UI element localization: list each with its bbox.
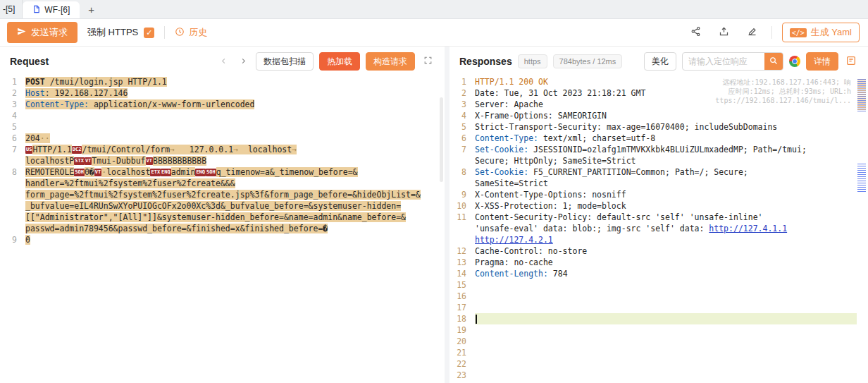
editor-line[interactable]: 6204·· [0, 133, 445, 144]
line-content: 'unsafe-eval' data: blob:; img-src 'self… [475, 223, 868, 234]
editor-line[interactable]: 14Content-Length: 784 [450, 268, 868, 279]
protocol-badge: https [518, 54, 547, 68]
line-number: 9 [0, 234, 25, 245]
line-content [475, 370, 868, 381]
editor-line[interactable]: SameSite=Strict [450, 178, 868, 189]
editor-line[interactable]: 1POST /tmui/login.jsp HTTP/1.1 [0, 76, 445, 87]
editor-line[interactable]: passwd=admin789456&passwd_before=&finish… [0, 223, 445, 234]
detail-button[interactable]: 详情 [806, 52, 838, 71]
line-content: Set-Cookie: JSESSIONID=ozlafg1mTMVKXkbk4… [475, 144, 868, 155]
construct-request-label: 构造请求 [373, 56, 407, 68]
editor-line[interactable]: 12Cache-Control: no-store [450, 245, 868, 257]
editor-line[interactable]: localhostPSTXVTTmui-DubbufVTBBBBBBBBBBB [0, 155, 445, 166]
edit-button[interactable] [743, 23, 762, 42]
line-content: _bufvalue=eIL4RUnSwXYoPUIOGcOFx2o00Xc%3d… [25, 200, 445, 212]
editor-line[interactable]: 10X-XSS-Protection: 1; mode=block [450, 200, 868, 212]
panel-splitter[interactable] [445, 47, 450, 383]
open-in-chrome-button[interactable] [789, 56, 800, 67]
response-editor[interactable]: 1HTTP/1.1 200 OK2Date: Tue, 31 Oct 2023 … [450, 76, 868, 383]
editor-line[interactable]: 13Pragma: no-cache [450, 257, 868, 268]
response-editor-lines: 1HTTP/1.1 200 OK2Date: Tue, 31 Oct 2023 … [450, 76, 868, 381]
editor-line[interactable]: 7Set-Cookie: JSESSIONID=ozlafg1mTMVKXkbk… [450, 144, 868, 155]
line-number: 15 [450, 279, 475, 291]
force-https-checkbox[interactable]: ✓ [144, 28, 154, 38]
prev-request-button[interactable] [216, 54, 230, 68]
editor-line[interactable]: 5 [0, 121, 445, 133]
line-number [0, 178, 25, 189]
request-scrollbar[interactable] [440, 97, 443, 182]
send-request-button[interactable]: 发送请求 [7, 22, 78, 43]
editor-line[interactable]: 20 [450, 336, 868, 347]
editor-line[interactable]: 4 [0, 110, 445, 121]
editor-line[interactable]: 90 [0, 234, 445, 245]
construct-request-button[interactable]: 构造请求 [366, 52, 415, 71]
response-search-input[interactable] [683, 56, 764, 66]
request-editor[interactable]: 1POST /tmui/login.jsp HTTP/1.12Host: 192… [0, 76, 445, 383]
response-search [682, 52, 783, 71]
editor-line[interactable]: 18 [450, 313, 868, 324]
response-panel: Responses https 784bytes / 12ms 美化 [450, 47, 868, 383]
clock-icon [175, 27, 185, 39]
line-content: Date: Tue, 31 Oct 2023 21:18:21 GMT [475, 87, 868, 99]
line-content: http://127.4.2.1 [475, 234, 868, 245]
main-split: Request 数据包扫描 [0, 47, 868, 383]
editor-line[interactable]: 21 [450, 347, 868, 358]
request-panel-title: Request [10, 56, 49, 67]
line-number: 4 [450, 110, 475, 121]
beautify-label: 美化 [652, 56, 669, 68]
response-panel-toggle-button[interactable] [844, 54, 858, 68]
editor-line[interactable]: Secure; HttpOnly; SameSite=Strict [450, 155, 868, 166]
minimap[interactable] [857, 76, 868, 383]
line-number [0, 155, 25, 166]
new-tab-button[interactable]: + [80, 0, 103, 18]
hot-reload-button[interactable]: 热加载 [319, 52, 360, 71]
editor-line[interactable]: 1HTTP/1.1 200 OK [450, 76, 868, 87]
next-request-button[interactable] [236, 54, 250, 68]
line-content: Content-Security-Policy: default-src 'se… [475, 212, 868, 223]
force-https-toggle[interactable]: 强制 HTTPS ✓ [87, 26, 154, 39]
editor-line[interactable]: 11Content-Security-Policy: default-src '… [450, 212, 868, 223]
beautify-button[interactable]: 美化 [644, 52, 676, 71]
editor-line[interactable]: 3Server: Apache [450, 99, 868, 110]
tab-previous[interactable]: -[5] [0, 0, 23, 18]
editor-line[interactable]: 17 [450, 302, 868, 313]
editor-line[interactable]: http://127.4.2.1 [450, 234, 868, 245]
fullscreen-button[interactable] [421, 54, 435, 68]
packet-scan-button[interactable]: 数据包扫描 [256, 52, 314, 71]
line-content: POST /tmui/login.jsp HTTP/1.1 [25, 76, 445, 87]
editor-line[interactable]: 9X-Content-Type-Options: nosniff [450, 189, 868, 200]
response-panel-header: Responses https 784bytes / 12ms 美化 [450, 47, 868, 76]
editor-line[interactable]: 15 [450, 279, 868, 291]
editor-line[interactable]: 19 [450, 324, 868, 336]
editor-line[interactable]: 22 [450, 358, 868, 370]
line-number: 3 [0, 99, 25, 110]
editor-line[interactable]: handler=%2ftmui%2fsystem%2fuser%2fcreate… [0, 178, 445, 189]
editor-line[interactable]: 3Content-Type: application/x-www-form-ur… [0, 99, 445, 110]
editor-line[interactable]: 'unsafe-eval' data: blob:; img-src 'self… [450, 223, 868, 234]
line-content: Strict-Transport-Security: max-age=16070… [475, 121, 868, 133]
editor-line[interactable]: 2Date: Tue, 31 Oct 2023 21:18:21 GMT [450, 87, 868, 99]
line-content: REMOTEROLESOH0�VT·localhostETXENQadminEN… [25, 166, 445, 178]
history-button[interactable]: 历史 [175, 26, 207, 39]
editor-line[interactable]: form_page=%2ftmui%2fsystem%2fuser%2fcrea… [0, 189, 445, 200]
line-number [0, 223, 25, 234]
toolbar-divider-2 [771, 26, 772, 39]
search-button[interactable] [764, 52, 783, 71]
editor-line[interactable]: 23 [450, 370, 868, 381]
editor-line[interactable]: _bufvalue=eIL4RUnSwXYoPUIOGcOFx2o00Xc%3d… [0, 200, 445, 212]
editor-line[interactable]: 2Host: 192.168.127.146 [0, 87, 445, 99]
editor-line[interactable]: 5Strict-Transport-Security: max-age=1607… [450, 121, 868, 133]
export-button[interactable] [715, 23, 733, 42]
editor-line[interactable]: 6Content-Type: text/xml; charset=utf-8 [450, 133, 868, 144]
editor-line[interactable]: 8Set-Cookie: F5_CURRENT_PARTITION=Common… [450, 166, 868, 178]
editor-line[interactable]: 16 [450, 291, 868, 302]
editor-line[interactable]: 4X-Frame-Options: SAMEORIGIN [450, 110, 868, 121]
tab-active[interactable]: WF-[6] [23, 1, 80, 18]
line-number: 1 [450, 76, 475, 87]
editor-line[interactable]: 7USHTTP/1.1DC2/tmui/Control/form→ 127.0.… [0, 144, 445, 155]
share-button[interactable] [687, 23, 705, 42]
editor-line[interactable]: [["Administrator","[All]"]]&systemuser-h… [0, 212, 445, 223]
generate-yaml-button[interactable]: </> 生成 Yaml [782, 23, 860, 42]
expand-icon [423, 56, 433, 67]
editor-line[interactable]: 8REMOTEROLESOH0�VT·localhostETXENQadminE… [0, 166, 445, 178]
